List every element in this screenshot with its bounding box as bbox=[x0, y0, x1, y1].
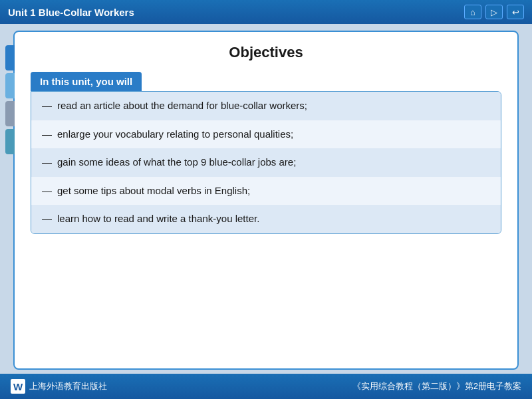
bottom-bar: W 上海外语教育出版社 《实用综合教程（第二版）》第2册电子教案 bbox=[0, 374, 532, 399]
dash-icon: — bbox=[42, 211, 52, 227]
objective-text: gain some ideas of what the top 9 blue-c… bbox=[57, 155, 296, 170]
objective-text: get some tips about modal verbs in Engli… bbox=[57, 184, 250, 199]
dash-icon: — bbox=[42, 155, 52, 170]
dash-icon: — bbox=[42, 127, 52, 142]
publisher-logo: W 上海外语教育出版社 bbox=[11, 379, 107, 394]
publisher-name: 上海外语教育出版社 bbox=[29, 380, 107, 392]
logo-w-icon: W bbox=[11, 379, 25, 394]
page-title: Objectives bbox=[31, 44, 501, 61]
section-header: In this unit, you will bbox=[31, 72, 142, 91]
forward-icon[interactable]: ▷ bbox=[485, 5, 503, 19]
list-item: — gain some ideas of what the top 9 blue… bbox=[31, 148, 501, 177]
list-item: — get some tips about modal verbs in Eng… bbox=[31, 177, 501, 205]
objectives-list: — read an article about the demand for b… bbox=[31, 91, 501, 234]
dash-icon: — bbox=[42, 184, 52, 199]
objective-text: read an article about the demand for blu… bbox=[57, 98, 307, 114]
tab-2 bbox=[5, 73, 15, 98]
dash-icon: — bbox=[42, 98, 52, 114]
main-content: Objectives In this unit, you will — read… bbox=[13, 31, 519, 370]
back-icon[interactable]: ↩ bbox=[507, 5, 524, 19]
tab-3 bbox=[5, 101, 15, 126]
bottom-right-text: 《实用综合教程（第二版）》第2册电子教案 bbox=[352, 380, 521, 392]
book-tabs-decoration bbox=[5, 45, 15, 154]
list-item: — learn how to read and write a thank-yo… bbox=[31, 205, 501, 233]
unit-title: Unit 1 Blue-Collar Workers bbox=[8, 7, 134, 18]
nav-icons: ⌂ ▷ ↩ bbox=[464, 5, 524, 19]
objective-text: enlarge your vocabulary relating to pers… bbox=[57, 127, 293, 142]
tab-4 bbox=[5, 129, 15, 154]
home-icon[interactable]: ⌂ bbox=[464, 5, 481, 19]
top-bar: Unit 1 Blue-Collar Workers ⌂ ▷ ↩ bbox=[0, 0, 532, 24]
list-item: — read an article about the demand for b… bbox=[31, 92, 501, 120]
tab-1 bbox=[5, 45, 15, 70]
list-item: — enlarge your vocabulary relating to pe… bbox=[31, 120, 501, 149]
objective-text: learn how to read and write a thank-you … bbox=[57, 211, 259, 227]
